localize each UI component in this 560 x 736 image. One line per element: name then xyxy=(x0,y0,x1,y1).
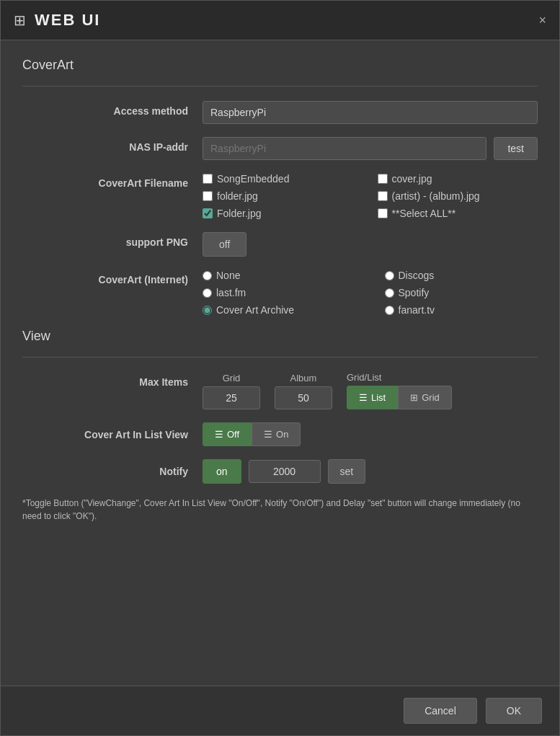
album-group: Album xyxy=(275,373,332,409)
coverart-section-title: CoverArt xyxy=(22,58,538,73)
close-button[interactable]: × xyxy=(538,13,546,28)
radio-spotify-input[interactable] xyxy=(385,288,394,298)
access-method-row: Access method xyxy=(22,101,538,124)
checkbox-select-all: **Select ALL** xyxy=(378,208,538,219)
nas-ip-input[interactable] xyxy=(203,137,486,160)
checkbox-Folderjpg: Folder.jpg xyxy=(203,208,363,219)
cover-art-on-icon: ☰ xyxy=(264,429,272,440)
coverart-internet-row: CoverArt (Internet) None Discogs xyxy=(22,270,538,316)
radio-discogs-input[interactable] xyxy=(385,271,394,280)
cover-art-on-button[interactable]: ☰ On xyxy=(252,422,301,446)
radio-discogs-label: Discogs xyxy=(399,270,435,281)
radio-lastfm-input[interactable] xyxy=(203,288,212,298)
max-items-controls: Grid Album Grid/List ☰ List xyxy=(203,372,452,409)
radio-fanart-tv-input[interactable] xyxy=(385,306,394,315)
list-button[interactable]: ☰ List xyxy=(347,386,398,409)
grid-list-label: Grid/List xyxy=(347,372,452,383)
cover-art-off-label: Off xyxy=(227,429,239,440)
checkbox-coverjpg: cover.jpg xyxy=(378,173,538,185)
coverart-internet-label: CoverArt (Internet) xyxy=(22,270,203,285)
title-bar: ⊞ WEB UI × xyxy=(1,1,559,40)
list-button-label: List xyxy=(371,392,386,403)
checkbox-songembedded-input[interactable] xyxy=(203,174,213,184)
cover-art-off-button[interactable]: ☰ Off xyxy=(203,422,252,446)
footnote: *Toggle Button ("ViewChange", Cover Art … xyxy=(22,497,538,523)
radio-group: None Discogs last.fm Spotify xyxy=(203,270,538,316)
grid-icon: ⊞ xyxy=(410,392,418,403)
coverart-divider xyxy=(22,86,538,87)
cover-art-list-view-label: Cover Art In List View xyxy=(22,429,203,440)
radio-discogs: Discogs xyxy=(385,270,538,281)
footer: Cancel OK xyxy=(1,686,559,735)
notify-label: Notify xyxy=(22,466,203,477)
coverart-filename-row: CoverArt Filename SongEmbedded cover.jpg xyxy=(22,173,538,219)
nas-ip-control: test xyxy=(203,137,538,160)
grid-input[interactable] xyxy=(203,386,260,409)
content-area: CoverArt Access method NAS IP-addr test xyxy=(1,40,559,686)
radio-coverart-archive-input[interactable] xyxy=(203,306,212,315)
radio-coverart-archive-label: Cover Art Archive xyxy=(216,304,294,316)
checkbox-Folderjpg-input[interactable] xyxy=(203,208,213,218)
checkbox-artist-album-label: (artist) - (album).jpg xyxy=(392,190,480,202)
dialog: ⊞ WEB UI × CoverArt Access method NAS IP… xyxy=(0,0,560,736)
grid-list-group: Grid/List ☰ List ⊞ Grid xyxy=(347,372,452,409)
checkbox-artist-album: (artist) - (album).jpg xyxy=(378,190,538,202)
support-png-control: off xyxy=(203,232,538,257)
test-button[interactable]: test xyxy=(494,137,538,160)
grid-group: Grid xyxy=(203,373,260,409)
access-method-control xyxy=(203,101,538,124)
coverart-filename-control: SongEmbedded cover.jpg folder.jpg ( xyxy=(203,173,538,219)
view-divider xyxy=(22,357,538,358)
checkbox-artist-album-input[interactable] xyxy=(378,191,388,201)
support-png-toggle[interactable]: off xyxy=(203,232,246,257)
grid-button[interactable]: ⊞ Grid xyxy=(398,386,452,409)
nas-ip-label: NAS IP-addr xyxy=(22,137,203,153)
notify-input[interactable] xyxy=(249,460,321,483)
grid-label: Grid xyxy=(223,373,241,383)
cancel-button[interactable]: Cancel xyxy=(404,698,477,724)
cover-art-list-view-row: Cover Art In List View ☰ Off ☰ On xyxy=(22,422,538,446)
radio-fanart-tv-label: fanart.tv xyxy=(399,304,435,316)
title-bar-left: ⊞ WEB UI xyxy=(14,11,100,30)
checkbox-Folderjpg-label: Folder.jpg xyxy=(217,208,261,219)
checkbox-coverjpg-label: cover.jpg xyxy=(392,173,432,185)
radio-none: None xyxy=(203,270,356,281)
cover-art-btn-group: ☰ Off ☰ On xyxy=(203,422,301,446)
nas-row-inner: test xyxy=(203,137,538,160)
cover-art-on-label: On xyxy=(276,429,288,440)
radio-spotify-label: Spotify xyxy=(399,287,430,298)
checkboxes-grid: SongEmbedded cover.jpg folder.jpg ( xyxy=(203,173,538,219)
app-title: WEB UI xyxy=(35,11,100,30)
radio-lastfm: last.fm xyxy=(203,287,356,298)
checkbox-select-all-label: **Select ALL** xyxy=(392,208,456,219)
checkbox-folderjpg: folder.jpg xyxy=(203,190,363,202)
ok-button[interactable]: OK xyxy=(486,698,542,724)
access-method-input[interactable] xyxy=(203,101,538,124)
support-png-label: support PNG xyxy=(22,232,203,248)
radio-fanart-tv: fanart.tv xyxy=(385,304,538,316)
album-label: Album xyxy=(290,373,317,383)
max-items-row: Max Items Grid Album Grid/List xyxy=(22,372,538,409)
app-icon: ⊞ xyxy=(14,12,26,29)
view-section-title: View xyxy=(22,329,538,344)
notify-on-button[interactable]: on xyxy=(203,459,241,484)
support-png-row: support PNG off xyxy=(22,232,538,257)
access-method-label: Access method xyxy=(22,101,203,117)
album-input[interactable] xyxy=(275,386,332,409)
checkbox-folderjpg-label: folder.jpg xyxy=(217,190,258,202)
checkbox-select-all-input[interactable] xyxy=(378,208,388,218)
checkbox-coverjpg-input[interactable] xyxy=(378,174,388,184)
grid-button-label: Grid xyxy=(422,392,440,403)
list-icon: ☰ xyxy=(359,392,368,403)
set-button[interactable]: set xyxy=(328,459,366,484)
nas-ip-row: NAS IP-addr test xyxy=(22,137,538,160)
checkbox-folderjpg-input[interactable] xyxy=(203,191,213,201)
checkbox-songembedded-label: SongEmbedded xyxy=(217,173,289,185)
radio-none-input[interactable] xyxy=(203,271,212,280)
cover-art-off-icon: ☰ xyxy=(215,429,223,440)
radio-spotify: Spotify xyxy=(385,287,538,298)
radio-coverart-archive: Cover Art Archive xyxy=(203,304,356,316)
coverart-section: CoverArt Access method NAS IP-addr test xyxy=(22,58,538,316)
notify-controls: on set xyxy=(203,459,365,484)
radio-lastfm-label: last.fm xyxy=(216,287,246,298)
